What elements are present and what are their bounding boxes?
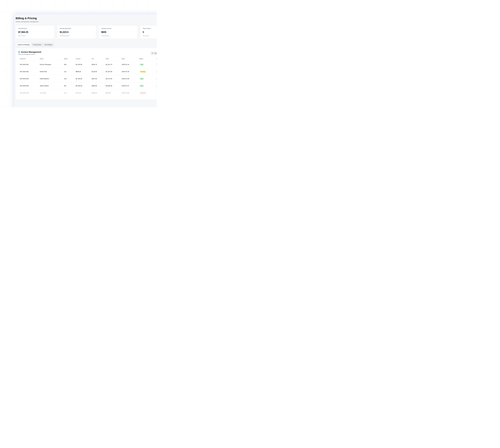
table-row: INV-2025-002 David Park 212 $890.00 $133… (16, 68, 157, 75)
search-input[interactable] (154, 52, 157, 54)
billing-panel: Billing & Pricing Invoice and payment ma… (14, 14, 157, 107)
cell-amount: $1,245.00 (76, 61, 92, 68)
column-header-invoice-id: Invoice ID (16, 57, 40, 61)
billing-page: { "page": { "title": "Billing & Pricing"… (0, 0, 157, 107)
column-header-actions: Actions (156, 57, 157, 61)
cell-tax: $322.50 (92, 75, 106, 82)
cell-invoice-id: INV-2025-002 (16, 68, 40, 75)
cell-tax: $133.50 (92, 68, 106, 75)
column-header-tax: Tax (92, 57, 106, 61)
tab-pricing-rules[interactable]: Pricing Rules (32, 43, 43, 46)
status-badge: Pending (139, 70, 146, 73)
stats-row: Total Revenue $7,584.25 Paid invoices Pe… (16, 25, 157, 39)
tab-list: Invoices & Receipts Pricing Rules Tax Se… (16, 43, 54, 47)
cell-room: 318 (64, 75, 76, 82)
stat-value: $1,023.5 (60, 31, 94, 33)
column-header-guest: Guest (40, 57, 64, 61)
row-action-button[interactable] (156, 70, 157, 73)
cell-amount: $3,200.00 (76, 82, 92, 89)
invoice-card-header: Invoice Management View and manage all i… (16, 48, 157, 55)
row-action-button[interactable] (156, 77, 157, 80)
stat-sublabel: Awaiting payment (60, 35, 94, 36)
cell-room: 212 (64, 68, 76, 75)
column-header-date: Date (122, 57, 139, 61)
invoice-card-subtitle: View and manage all invoices (18, 54, 157, 55)
cell-guest: David Park (40, 68, 64, 75)
stat-card-overdue-amount: Overdue Amount $828 Late payments (99, 25, 138, 39)
cell-status: Paid (139, 61, 156, 68)
cell-date: 2025-01-06 (122, 89, 139, 96)
table-header-row: Invoice ID Guest Room Amount Tax Total D… (16, 57, 157, 61)
cell-amount: $890.00 (76, 68, 92, 75)
stat-value: 5 (143, 31, 157, 33)
stat-label: Total Revenue (18, 28, 52, 29)
stat-sublabel: Late payments (101, 35, 135, 36)
cell-guest: Lisa Chen (40, 89, 64, 96)
cell-room: 102 (64, 89, 76, 96)
table-row: INV-2025-003 Sofia Martinez 318 $2,150.0… (16, 75, 157, 82)
stat-label: Pending Payments (60, 28, 94, 29)
cell-status: Paid (139, 75, 156, 82)
cell-actions (156, 82, 157, 89)
stat-value: $828 (101, 31, 135, 33)
column-header-status: Status (139, 57, 156, 61)
status-badge: Paid (139, 78, 144, 80)
stat-label: Total Invoices (143, 28, 157, 29)
stat-sublabel: Paid invoices (18, 35, 52, 36)
cell-actions (156, 89, 157, 96)
cell-tax: $108.00 (92, 89, 106, 96)
stat-card-total-invoices: Total Invoices 5 This period (140, 25, 157, 39)
cell-actions (156, 75, 157, 82)
tab-invoices-receipts[interactable]: Invoices & Receipts (16, 43, 31, 46)
cell-tax: $186.75 (92, 61, 106, 68)
cell-status: Overdue (139, 89, 156, 96)
cell-total: $828.00 (106, 89, 122, 96)
cell-total: $3,680.00 (106, 82, 122, 89)
cell-amount: $720.00 (76, 89, 92, 96)
cell-total: $1,023.50 (106, 68, 122, 75)
cell-total: $2,472.50 (106, 75, 122, 82)
cell-date: 2025-01-07 (122, 82, 139, 89)
cell-actions (156, 61, 157, 68)
cell-date: 2025-01-08 (122, 75, 139, 82)
cell-guest: Emma Thompson (40, 61, 64, 68)
column-header-total: Total (106, 57, 122, 61)
invoices-table: Invoice ID Guest Room Amount Tax Total D… (16, 57, 157, 96)
table-row: INV-2025-004 James Wilson 501 $3,200.00 … (16, 82, 157, 89)
cell-guest: Sofia Martinez (40, 75, 64, 82)
row-action-button[interactable] (156, 84, 157, 87)
cell-status: Pending (139, 68, 156, 75)
table-row: INV-2025-001 Emma Thompson 405 $1,245.00… (16, 61, 157, 68)
cell-date: 2025-01-09 (122, 68, 139, 75)
cell-actions (156, 68, 157, 75)
stat-sublabel: This period (143, 35, 157, 36)
cell-date: 2025-01-10 (122, 61, 139, 68)
page-subtitle: Invoice and payment management (16, 21, 157, 23)
invoice-search-box[interactable] (150, 51, 157, 55)
cell-status: Paid (139, 82, 156, 89)
column-header-room: Room (64, 57, 76, 61)
row-action-button[interactable] (156, 63, 157, 66)
invoice-card-title: Invoice Management (21, 51, 41, 53)
page-title: Billing & Pricing (16, 16, 157, 20)
status-badge: Paid (139, 63, 144, 66)
table-row: INV-2025-005 Lisa Chen 102 $720.00 $108.… (16, 89, 157, 96)
stat-value: $7,584.25 (18, 31, 52, 33)
cell-tax: $480.00 (92, 82, 106, 89)
cell-total: $1,431.75 (106, 61, 122, 68)
invoice-management-card: Invoice Management View and manage all i… (16, 48, 157, 100)
cell-room: 405 (64, 61, 76, 68)
row-action-button[interactable] (156, 91, 157, 95)
cell-guest: James Wilson (40, 82, 64, 89)
tab-tax-settings[interactable]: Tax Settings (43, 43, 53, 46)
cell-invoice-id: INV-2025-005 (16, 89, 40, 96)
search-icon (152, 52, 153, 54)
cell-invoice-id: INV-2025-004 (16, 82, 40, 89)
file-text-icon (18, 51, 20, 53)
stat-label: Overdue Amount (101, 28, 135, 29)
cell-room: 501 (64, 82, 76, 89)
cell-amount: $2,150.00 (76, 75, 92, 82)
stat-card-pending-payments: Pending Payments $1,023.5 Awaiting payme… (57, 25, 96, 39)
stat-card-total-revenue: Total Revenue $7,584.25 Paid invoices (16, 25, 55, 39)
status-badge: Paid (139, 85, 144, 87)
